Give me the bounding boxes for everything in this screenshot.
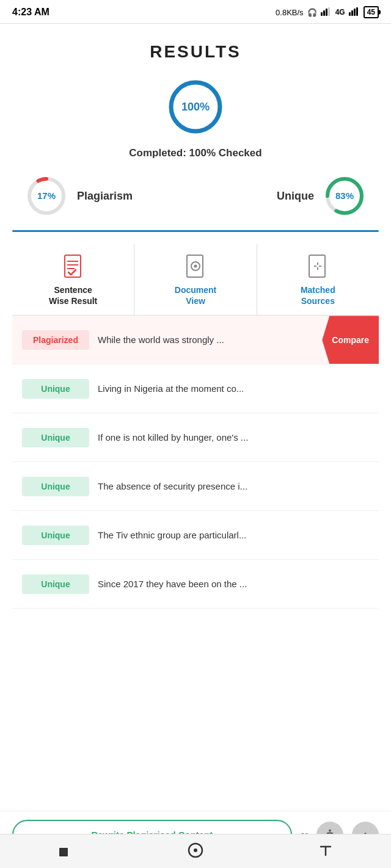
svg-rect-4	[349, 12, 351, 16]
plagiarism-circle: 17%	[24, 174, 68, 218]
unique-percent: 83%	[335, 190, 354, 201]
plagiarism-label: Plagiarism	[77, 190, 133, 203]
plagiarism-percent: 17%	[37, 190, 56, 201]
unique-label: Unique	[277, 190, 314, 203]
status-bar: 4:23 AM 0.8KB/s 🎧 4G 45	[0, 0, 391, 23]
result-row-plagiarized[interactable]: Plagiarized While the world was strongly…	[12, 316, 379, 364]
result-row-unique-5[interactable]: Unique Since 2017 they have been on the …	[12, 560, 379, 609]
nav-bar	[0, 834, 391, 868]
svg-rect-3	[328, 7, 330, 16]
unique-text-3: The absence of security presence i...	[98, 480, 379, 493]
unique-stat: 83% Unique	[277, 174, 367, 218]
tab-matched-sources-label: MatchedSources	[301, 284, 335, 306]
svg-point-26	[329, 829, 331, 831]
svg-rect-21	[309, 255, 325, 277]
tab-document-view[interactable]: DocumentView	[134, 244, 257, 315]
badge-unique-5: Unique	[22, 574, 89, 594]
blue-divider	[12, 230, 379, 232]
progress-circle: 100%	[165, 76, 226, 137]
progress-circle-container: 100%	[12, 76, 379, 137]
result-row-unique-3[interactable]: Unique The absence of security presence …	[12, 462, 379, 511]
home-circle-icon	[187, 842, 204, 859]
unique-circle: 83%	[323, 174, 367, 218]
status-icons: 0.8KB/s 🎧 4G 45	[276, 6, 379, 18]
main-content: RESULTS 100% Completed: 100% Checked 17%…	[0, 24, 391, 706]
svg-rect-2	[326, 9, 327, 16]
tab-sentence-wise-label: SentenceWise Result	[49, 284, 97, 306]
unique-text-5: Since 2017 they have been on the ...	[98, 577, 379, 590]
svg-point-29	[194, 848, 197, 852]
svg-rect-6	[354, 9, 356, 16]
network-type: 4G	[335, 8, 345, 16]
document-view-icon	[182, 253, 209, 280]
tab-sentence-wise[interactable]: SentenceWise Result	[12, 244, 134, 315]
unique-text-4: The Tiv ethnic group are particularl...	[98, 529, 379, 541]
badge-unique-4: Unique	[22, 526, 89, 545]
headphone-icon: 🎧	[307, 8, 317, 17]
battery-indicator: 45	[364, 6, 379, 18]
nav-recents-button[interactable]	[312, 837, 339, 866]
compare-button[interactable]: Compare	[322, 316, 379, 364]
badge-unique-1: Unique	[22, 379, 89, 399]
svg-point-20	[194, 265, 197, 268]
badge-unique-2: Unique	[22, 428, 89, 447]
result-row-unique-1[interactable]: Unique Living in Nigeria at the moment c…	[12, 364, 379, 413]
badge-unique-3: Unique	[22, 477, 89, 496]
results-title: RESULTS	[12, 42, 379, 62]
signal-icon-2	[349, 7, 360, 18]
svg-rect-1	[323, 10, 325, 16]
nav-home-button[interactable]	[182, 837, 209, 866]
unique-text-1: Living in Nigeria at the moment co...	[98, 382, 379, 395]
unique-text-2: If one is not killed by hunger, one's ..…	[98, 431, 379, 444]
progress-percent: 100%	[181, 101, 210, 113]
status-time: 4:23 AM	[12, 7, 49, 18]
stats-row: 17% Plagiarism 83% Unique	[12, 174, 379, 218]
tab-row: SentenceWise Result DocumentView Matched…	[12, 244, 379, 316]
svg-rect-27	[59, 848, 68, 856]
recents-icon	[317, 842, 334, 859]
nav-back-button[interactable]	[52, 837, 79, 866]
svg-rect-0	[321, 12, 323, 16]
svg-rect-5	[351, 10, 353, 16]
sentence-wise-icon	[60, 253, 87, 280]
svg-rect-7	[356, 7, 358, 16]
result-rows: Plagiarized While the world was strongly…	[12, 316, 379, 609]
back-icon	[57, 842, 74, 859]
tab-document-view-label: DocumentView	[175, 284, 216, 306]
matched-sources-icon	[304, 253, 331, 280]
result-row-unique-4[interactable]: Unique The Tiv ethnic group are particul…	[12, 511, 379, 560]
badge-plagiarized: Plagiarized	[22, 330, 89, 350]
result-row-unique-2[interactable]: Unique If one is not killed by hunger, o…	[12, 413, 379, 462]
tab-matched-sources[interactable]: MatchedSources	[257, 244, 379, 315]
plagiarism-stat: 17% Plagiarism	[24, 174, 133, 218]
completed-text: Completed: 100% Checked	[12, 147, 379, 159]
network-speed: 0.8KB/s	[276, 8, 304, 17]
signal-icon	[321, 7, 332, 18]
